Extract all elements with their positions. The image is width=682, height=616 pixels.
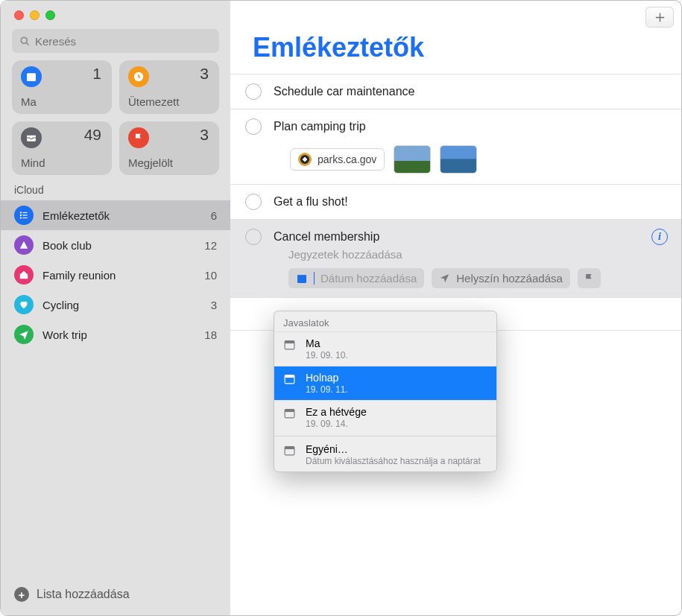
location-icon xyxy=(439,273,450,284)
reminder-title[interactable]: Get a flu shot! xyxy=(274,195,669,209)
reminder-item[interactable]: Get a flu shot! xyxy=(230,184,681,219)
main-pane: Emlékeztetők Schedule car maintenance Pl… xyxy=(230,1,681,615)
suggestion-label: Egyéni… xyxy=(306,442,481,456)
info-button[interactable]: i xyxy=(651,229,668,245)
close-window-button[interactable] xyxy=(14,10,24,20)
flag-icon xyxy=(128,127,149,148)
fullscreen-window-button[interactable] xyxy=(45,10,55,20)
list-name: Work trip xyxy=(42,328,195,341)
tile-today-count: 1 xyxy=(92,65,101,83)
suggestion-label: Ma xyxy=(306,337,348,350)
list-color-icon xyxy=(14,265,34,285)
list-color-icon xyxy=(14,206,34,225)
sidebar-list-item[interactable]: Book club12 xyxy=(1,230,230,260)
suggestion-sub: Dátum kiválasztásához használja a naptár… xyxy=(306,456,481,467)
svg-line-1 xyxy=(26,42,28,45)
add-location-chip[interactable]: Helyszín hozzáadása xyxy=(432,268,570,288)
notes-placeholder[interactable]: Jegyzetek hozzáadása xyxy=(245,247,669,268)
svg-rect-13 xyxy=(285,341,294,344)
tile-today[interactable]: 1 Ma xyxy=(12,60,112,114)
add-list-button[interactable]: + Lista hozzáadása xyxy=(1,577,230,615)
favicon-icon xyxy=(298,153,312,166)
list-count: 3 xyxy=(211,299,217,311)
reminder-title[interactable]: Cancel membership xyxy=(274,230,669,244)
url-attachment[interactable]: parks.ca.gov xyxy=(290,148,385,171)
search-input[interactable] xyxy=(35,35,212,48)
url-attachment-label: parks.ca.gov xyxy=(318,153,376,165)
suggestion-date: 19. 09. 10. xyxy=(306,350,348,361)
list-title: Emlékeztetők xyxy=(230,29,681,74)
tile-flagged[interactable]: 3 Megjelölt xyxy=(119,121,219,175)
image-attachment[interactable] xyxy=(440,145,477,174)
calendar-icon xyxy=(283,444,296,457)
list-name: Cycling xyxy=(42,299,202,311)
tile-scheduled[interactable]: 3 Ütemezett xyxy=(119,60,219,114)
plus-icon xyxy=(654,11,666,24)
calendar-icon xyxy=(283,372,296,385)
list-name: Book club xyxy=(42,239,195,252)
svg-rect-2 xyxy=(27,73,36,81)
svg-rect-11 xyxy=(297,275,306,277)
tile-flagged-count: 3 xyxy=(200,126,209,144)
sidebar-section-header[interactable]: iCloud xyxy=(1,184,230,200)
svg-point-6 xyxy=(20,215,22,216)
suggestion-date: 19. 09. 14. xyxy=(306,419,367,430)
complete-checkbox[interactable] xyxy=(245,194,262,210)
list-color-icon xyxy=(14,325,34,344)
list-count: 12 xyxy=(204,239,217,252)
svg-rect-7 xyxy=(22,215,27,215)
add-flag-chip[interactable] xyxy=(578,268,601,288)
tile-all[interactable]: 49 Mind xyxy=(12,121,112,175)
reminder-item-editing[interactable]: i Cancel membership Jegyzetek hozzáadása… xyxy=(230,219,681,297)
app-window: 1 Ma 3 Ütemezett 49 Mind xyxy=(0,0,682,616)
sidebar: 1 Ma 3 Ütemezett 49 Mind xyxy=(1,1,230,615)
plus-circle-icon: + xyxy=(14,587,29,602)
tray-icon xyxy=(21,127,42,148)
add-date-chip[interactable]: Dátum hozzáadása xyxy=(288,268,424,288)
tile-all-count: 49 xyxy=(84,126,101,144)
complete-checkbox[interactable] xyxy=(245,229,262,245)
flag-icon xyxy=(584,273,595,284)
reminder-title[interactable]: Plan camping trip xyxy=(274,120,669,133)
reminder-item[interactable]: Schedule car maintenance xyxy=(230,74,681,109)
smart-list-tiles: 1 Ma 3 Ütemezett 49 Mind xyxy=(1,60,230,184)
svg-rect-19 xyxy=(285,447,294,450)
sidebar-list-item[interactable]: Work trip18 xyxy=(1,320,230,349)
suggestion-today[interactable]: Ma19. 09. 10. xyxy=(274,331,496,366)
sidebar-list-item[interactable]: Family reunion10 xyxy=(1,260,230,290)
list-count: 18 xyxy=(204,328,217,341)
sidebar-lists: Emlékeztetők6Book club12Family reunion10… xyxy=(1,200,230,577)
tile-today-label: Ma xyxy=(21,95,37,108)
calendar-today-icon xyxy=(21,66,42,87)
tile-scheduled-count: 3 xyxy=(200,65,209,83)
tile-scheduled-label: Ütemezett xyxy=(128,95,179,108)
minimize-window-button[interactable] xyxy=(30,10,40,20)
reminder-title[interactable]: Schedule car maintenance xyxy=(274,85,669,98)
list-name: Family reunion xyxy=(42,269,195,282)
calendar-icon xyxy=(296,273,308,285)
tile-all-label: Mind xyxy=(21,156,45,169)
tile-flagged-label: Megjelölt xyxy=(128,156,173,169)
window-controls xyxy=(1,1,230,29)
date-suggestions-popover: Javaslatok Ma19. 09. 10. Holnap19. 09. 1… xyxy=(274,311,497,472)
sidebar-list-item[interactable]: Emlékeztetők6 xyxy=(1,200,230,230)
svg-rect-9 xyxy=(22,217,27,218)
sidebar-list-item[interactable]: Cycling3 xyxy=(1,290,230,320)
calendar-icon xyxy=(283,407,296,419)
search-field[interactable] xyxy=(12,29,219,53)
suggestion-custom[interactable]: Egyéni…Dátum kiválasztásához használja a… xyxy=(274,438,496,471)
complete-checkbox[interactable] xyxy=(245,83,262,100)
svg-rect-15 xyxy=(285,375,294,378)
suggestion-label: Holnap xyxy=(306,371,348,384)
search-icon xyxy=(19,36,31,47)
suggestion-tomorrow[interactable]: Holnap19. 09. 11. xyxy=(274,366,496,400)
suggestion-date: 19. 09. 11. xyxy=(306,384,348,396)
list-color-icon xyxy=(14,295,34,314)
svg-rect-17 xyxy=(285,410,294,413)
suggestion-weekend[interactable]: Ez a hétvége19. 09. 14. xyxy=(274,400,496,434)
reminder-item[interactable]: Plan camping trip parks.ca.gov xyxy=(230,109,681,184)
new-reminder-button[interactable] xyxy=(645,7,674,28)
popover-header: Javaslatok xyxy=(274,311,496,331)
complete-checkbox[interactable] xyxy=(245,118,262,135)
image-attachment[interactable] xyxy=(394,145,431,174)
